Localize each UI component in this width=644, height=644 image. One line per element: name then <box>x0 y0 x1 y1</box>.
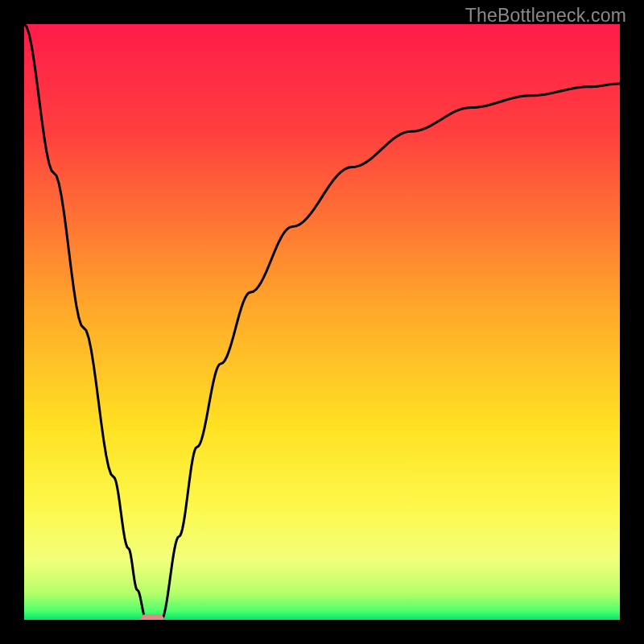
plot-area <box>24 24 620 620</box>
watermark-text: TheBottleneck.com <box>465 5 626 27</box>
optimum-marker <box>140 614 164 620</box>
curve-left <box>24 24 147 620</box>
curve-right <box>161 84 620 620</box>
bottleneck-curve <box>24 24 620 620</box>
chart-root: TheBottleneck.com <box>0 0 644 644</box>
